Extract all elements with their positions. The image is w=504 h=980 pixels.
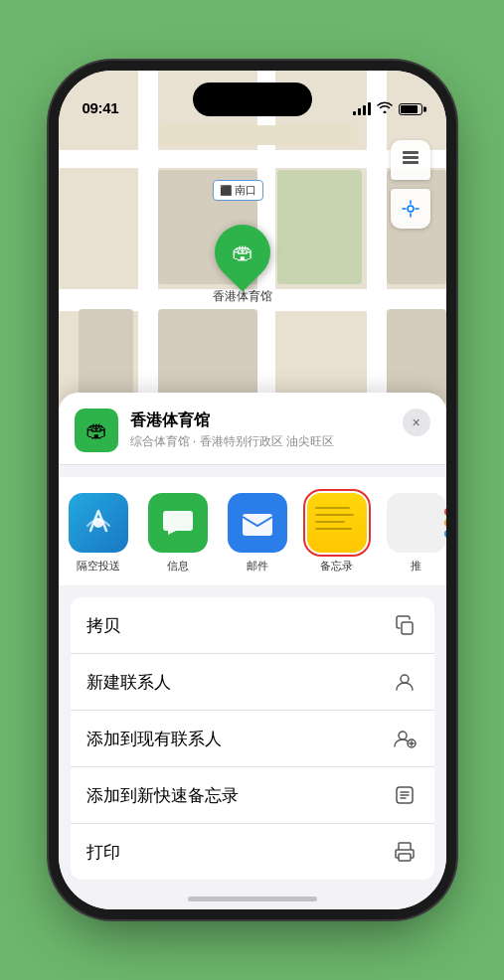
map-controls — [391, 140, 430, 229]
svg-rect-0 — [403, 156, 419, 159]
action-add-note[interactable]: 添加到新快速备忘录 — [71, 767, 434, 824]
svg-rect-21 — [399, 854, 411, 861]
svg-point-12 — [399, 732, 407, 739]
add-existing-icon — [391, 725, 419, 752]
venue-icon: 🏟 — [75, 408, 118, 452]
action-list: 拷贝 新建联系人 — [71, 597, 434, 880]
print-icon — [391, 838, 419, 866]
svg-rect-10 — [402, 622, 413, 634]
phone-frame: 09:41 — [59, 71, 446, 909]
print-label: 打印 — [86, 841, 120, 864]
share-messages[interactable]: 信息 — [138, 493, 218, 573]
svg-point-11 — [401, 675, 409, 683]
wifi-icon — [377, 101, 393, 116]
copy-icon — [391, 611, 419, 639]
share-more[interactable]: 推 — [377, 493, 446, 573]
svg-rect-20 — [399, 843, 411, 850]
action-new-contact[interactable]: 新建联系人 — [71, 654, 434, 711]
status-time: 09:41 — [83, 99, 119, 116]
bottom-sheet: 🏟 香港体育馆 综合体育馆 · 香港特别行政区 油尖旺区 × — [59, 393, 446, 909]
signal-bars-icon — [353, 103, 371, 115]
messages-label: 信息 — [167, 559, 189, 573]
more-label: 推 — [411, 559, 421, 573]
airdrop-label: 隔空投送 — [77, 559, 120, 573]
svg-rect-2 — [403, 151, 419, 154]
action-print[interactable]: 打印 — [71, 824, 434, 880]
share-mail[interactable]: 邮件 — [218, 493, 297, 573]
dynamic-island — [193, 82, 312, 116]
map-pin: 🏟 香港体育馆 — [213, 225, 272, 305]
share-airdrop[interactable]: 隔空投送 — [59, 493, 138, 573]
map-label: ⬛ 南口 — [213, 180, 263, 201]
venue-info: 香港体育馆 综合体育馆 · 香港特别行政区 油尖旺区 — [130, 410, 430, 450]
messages-icon — [148, 493, 208, 553]
action-add-existing[interactable]: 添加到现有联系人 — [71, 711, 434, 767]
add-note-label: 添加到新快速备忘录 — [86, 784, 239, 807]
more-icon — [387, 493, 446, 553]
svg-rect-1 — [403, 161, 419, 164]
venue-header: 🏟 香港体育馆 综合体育馆 · 香港特别行政区 油尖旺区 × — [59, 393, 446, 465]
new-contact-label: 新建联系人 — [86, 671, 171, 694]
mail-label: 邮件 — [247, 559, 268, 573]
action-copy[interactable]: 拷贝 — [71, 597, 434, 654]
add-note-icon — [391, 781, 419, 809]
status-icons — [353, 101, 422, 116]
map-layers-button[interactable] — [391, 140, 430, 180]
home-indicator — [188, 897, 317, 901]
copy-label: 拷贝 — [86, 614, 120, 637]
new-contact-icon — [391, 668, 419, 696]
svg-point-3 — [408, 206, 414, 212]
venue-subtitle: 综合体育馆 · 香港特别行政区 油尖旺区 — [130, 433, 430, 450]
airdrop-icon — [69, 493, 128, 553]
venue-name: 香港体育馆 — [130, 410, 430, 431]
share-notes[interactable]: 备忘录 — [297, 493, 377, 573]
notes-icon — [307, 493, 367, 553]
location-button[interactable] — [391, 189, 430, 229]
add-existing-label: 添加到现有联系人 — [86, 728, 222, 750]
battery-icon — [399, 103, 422, 115]
notes-label: 备忘录 — [320, 559, 353, 573]
mail-icon — [228, 493, 287, 553]
share-row: 隔空投送 信息 — [59, 477, 446, 585]
close-button[interactable]: × — [403, 408, 430, 436]
